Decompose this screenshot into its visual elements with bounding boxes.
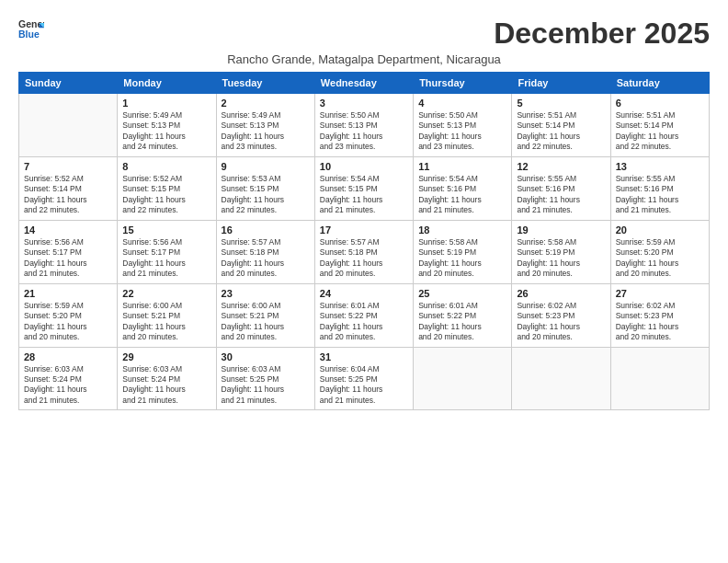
day-number: 17 [320,224,408,236]
calendar-cell: 5Sunrise: 5:51 AM Sunset: 5:14 PM Daylig… [512,94,610,157]
calendar-cell: 16Sunrise: 5:57 AM Sunset: 5:18 PM Dayli… [216,220,314,283]
calendar-cell [19,94,118,157]
col-monday: Monday [118,73,216,94]
col-tuesday: Tuesday [216,73,314,94]
month-title: December 2025 [494,17,710,51]
calendar-cell: 20Sunrise: 5:59 AM Sunset: 5:20 PM Dayli… [610,220,709,283]
col-friday: Friday [512,73,610,94]
day-info: Sunrise: 6:02 AM Sunset: 5:23 PM Dayligh… [517,301,605,343]
day-info: Sunrise: 6:03 AM Sunset: 5:24 PM Dayligh… [24,364,112,407]
calendar-week-1: 1Sunrise: 5:49 AM Sunset: 5:13 PM Daylig… [19,94,710,157]
calendar-cell: 3Sunrise: 5:50 AM Sunset: 5:13 PM Daylig… [314,94,413,157]
calendar-week-5: 28Sunrise: 6:03 AM Sunset: 5:24 PM Dayli… [19,347,710,410]
day-number: 22 [122,288,210,299]
calendar-cell: 14Sunrise: 5:56 AM Sunset: 5:17 PM Dayli… [19,220,118,283]
day-info: Sunrise: 5:55 AM Sunset: 5:16 PM Dayligh… [616,174,704,216]
day-info: Sunrise: 6:01 AM Sunset: 5:22 PM Dayligh… [320,301,408,343]
day-info: Sunrise: 6:01 AM Sunset: 5:22 PM Dayligh… [418,301,506,343]
col-saturday: Saturday [610,73,709,94]
day-number: 2 [222,98,310,109]
day-info: Sunrise: 5:56 AM Sunset: 5:17 PM Dayligh… [122,237,210,280]
day-number: 19 [517,224,605,236]
day-number: 14 [24,224,112,236]
calendar-header-row: Sunday Monday Tuesday Wednesday Thursday… [19,73,710,94]
calendar-week-4: 21Sunrise: 5:59 AM Sunset: 5:20 PM Dayli… [19,283,710,347]
calendar-cell: 19Sunrise: 5:58 AM Sunset: 5:19 PM Dayli… [512,220,610,283]
day-info: Sunrise: 5:53 AM Sunset: 5:15 PM Dayligh… [222,174,310,216]
calendar-cell: 29Sunrise: 6:03 AM Sunset: 5:24 PM Dayli… [118,347,216,410]
header: General Blue December 2025 [18,17,710,51]
calendar-cell: 24Sunrise: 6:01 AM Sunset: 5:22 PM Dayli… [314,283,413,347]
day-number: 9 [222,161,310,172]
day-number: 1 [122,98,210,109]
day-number: 27 [616,288,704,299]
day-number: 20 [616,224,704,236]
day-info: Sunrise: 5:59 AM Sunset: 5:20 PM Dayligh… [616,237,704,280]
day-info: Sunrise: 5:59 AM Sunset: 5:20 PM Dayligh… [24,301,112,343]
day-info: Sunrise: 5:58 AM Sunset: 5:19 PM Dayligh… [517,237,605,280]
day-number: 3 [320,98,408,109]
calendar: Sunday Monday Tuesday Wednesday Thursday… [18,72,710,410]
day-info: Sunrise: 5:51 AM Sunset: 5:14 PM Dayligh… [616,110,704,153]
calendar-cell: 7Sunrise: 5:52 AM Sunset: 5:14 PM Daylig… [19,156,118,220]
day-number: 8 [122,161,210,172]
calendar-cell: 23Sunrise: 6:00 AM Sunset: 5:21 PM Dayli… [216,283,314,347]
day-info: Sunrise: 5:50 AM Sunset: 5:13 PM Dayligh… [320,110,408,153]
day-number: 16 [222,224,310,236]
day-number: 18 [418,224,506,236]
day-number: 26 [517,288,605,299]
calendar-cell: 6Sunrise: 5:51 AM Sunset: 5:14 PM Daylig… [610,94,709,157]
day-info: Sunrise: 6:03 AM Sunset: 5:25 PM Dayligh… [222,364,310,407]
day-info: Sunrise: 5:56 AM Sunset: 5:17 PM Dayligh… [24,237,112,280]
logo: General Blue [18,17,44,42]
calendar-cell: 26Sunrise: 6:02 AM Sunset: 5:23 PM Dayli… [512,283,610,347]
day-info: Sunrise: 5:54 AM Sunset: 5:15 PM Dayligh… [320,174,408,216]
day-number: 28 [24,351,112,362]
day-info: Sunrise: 6:00 AM Sunset: 5:21 PM Dayligh… [122,301,210,343]
col-sunday: Sunday [19,73,118,94]
day-info: Sunrise: 5:54 AM Sunset: 5:16 PM Dayligh… [418,174,506,216]
calendar-cell: 27Sunrise: 6:02 AM Sunset: 5:23 PM Dayli… [610,283,709,347]
calendar-cell: 21Sunrise: 5:59 AM Sunset: 5:20 PM Dayli… [19,283,118,347]
calendar-week-3: 14Sunrise: 5:56 AM Sunset: 5:17 PM Dayli… [19,220,710,283]
day-info: Sunrise: 5:50 AM Sunset: 5:13 PM Dayligh… [418,110,506,153]
day-info: Sunrise: 5:52 AM Sunset: 5:14 PM Dayligh… [24,174,112,216]
calendar-cell: 22Sunrise: 6:00 AM Sunset: 5:21 PM Dayli… [118,283,216,347]
logo-icon: General Blue [18,17,44,42]
calendar-cell: 25Sunrise: 6:01 AM Sunset: 5:22 PM Dayli… [414,283,512,347]
calendar-cell [414,347,512,410]
calendar-cell: 15Sunrise: 5:56 AM Sunset: 5:17 PM Dayli… [118,220,216,283]
day-number: 13 [616,161,704,172]
svg-text:Blue: Blue [18,29,40,40]
day-number: 6 [616,98,704,109]
day-number: 30 [222,351,310,362]
subtitle: Rancho Grande, Matagalpa Department, Nic… [18,52,710,66]
day-number: 10 [320,161,408,172]
calendar-cell: 31Sunrise: 6:04 AM Sunset: 5:25 PM Dayli… [314,347,413,410]
day-info: Sunrise: 5:57 AM Sunset: 5:18 PM Dayligh… [320,237,408,280]
col-wednesday: Wednesday [314,73,413,94]
day-info: Sunrise: 5:49 AM Sunset: 5:13 PM Dayligh… [122,110,210,153]
calendar-cell: 30Sunrise: 6:03 AM Sunset: 5:25 PM Dayli… [216,347,314,410]
day-number: 24 [320,288,408,299]
day-number: 4 [418,98,506,109]
day-info: Sunrise: 5:57 AM Sunset: 5:18 PM Dayligh… [222,237,310,280]
day-info: Sunrise: 5:51 AM Sunset: 5:14 PM Dayligh… [517,110,605,153]
calendar-cell: 2Sunrise: 5:49 AM Sunset: 5:13 PM Daylig… [216,94,314,157]
calendar-cell: 1Sunrise: 5:49 AM Sunset: 5:13 PM Daylig… [118,94,216,157]
day-number: 23 [222,288,310,299]
calendar-cell: 8Sunrise: 5:52 AM Sunset: 5:15 PM Daylig… [118,156,216,220]
day-info: Sunrise: 6:04 AM Sunset: 5:25 PM Dayligh… [320,364,408,407]
col-thursday: Thursday [414,73,512,94]
day-info: Sunrise: 6:02 AM Sunset: 5:23 PM Dayligh… [616,301,704,343]
calendar-cell: 12Sunrise: 5:55 AM Sunset: 5:16 PM Dayli… [512,156,610,220]
day-number: 12 [517,161,605,172]
day-number: 21 [24,288,112,299]
day-info: Sunrise: 6:00 AM Sunset: 5:21 PM Dayligh… [222,301,310,343]
day-number: 31 [320,351,408,362]
calendar-cell [610,347,709,410]
page: General Blue December 2025 Rancho Grande… [0,0,728,563]
day-info: Sunrise: 5:52 AM Sunset: 5:15 PM Dayligh… [122,174,210,216]
day-number: 5 [517,98,605,109]
day-info: Sunrise: 6:03 AM Sunset: 5:24 PM Dayligh… [122,364,210,407]
